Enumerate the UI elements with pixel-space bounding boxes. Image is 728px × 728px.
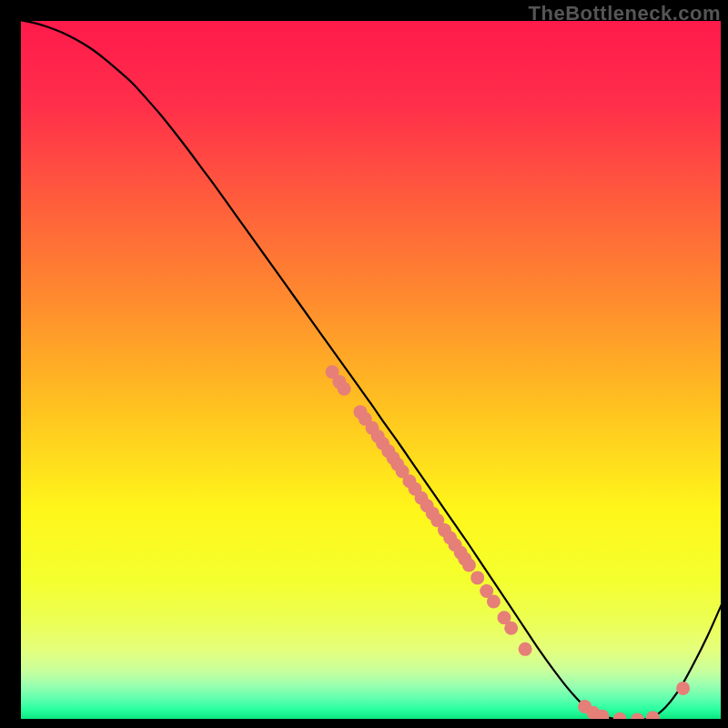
data-point: [676, 682, 690, 695]
data-point: [338, 382, 351, 396]
chart-container: TheBottleneck.com: [0, 0, 728, 728]
data-point: [462, 559, 476, 572]
watermark-text: TheBottleneck.com: [529, 2, 721, 25]
data-point: [519, 642, 532, 656]
data-point: [595, 710, 609, 723]
data-point: [646, 711, 660, 724]
data-point: [487, 595, 500, 609]
chart-svg: [0, 0, 728, 728]
data-point: [470, 571, 484, 584]
gradient-background: [20, 20, 722, 720]
data-point: [504, 622, 518, 635]
